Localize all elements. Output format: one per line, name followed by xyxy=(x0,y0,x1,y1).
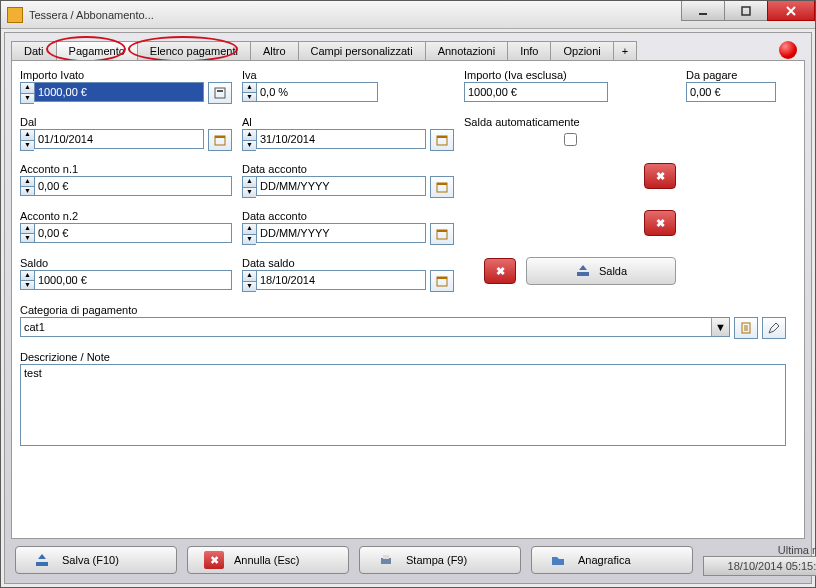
titlebar[interactable]: Tessera / Abbonamento... xyxy=(1,1,815,29)
field-salda-auto: Salda automaticamente xyxy=(464,116,676,151)
field-acconto1-delete: ✖ xyxy=(464,163,676,198)
field-importo-escl: Importo (Iva esclusa) xyxy=(464,69,676,104)
tab-content: Importo Ivato ▲▼ Iva ▲▼ Importo (Iva xyxy=(11,60,805,539)
svg-rect-7 xyxy=(437,136,447,138)
field-saldo-actions: ✖ Salda xyxy=(464,257,676,292)
spinner-al[interactable]: ▲▼ xyxy=(242,129,256,151)
pick-category-button[interactable] xyxy=(734,317,758,339)
textarea-note[interactable] xyxy=(20,364,786,446)
calendar-button-dal[interactable] xyxy=(208,129,232,151)
cancel-icon: ✖ xyxy=(204,551,224,569)
spinner-acconto1-date[interactable]: ▲▼ xyxy=(242,176,256,198)
field-saldo: Saldo ▲▼ xyxy=(20,257,232,292)
x-icon: ✖ xyxy=(656,170,665,183)
window-title: Tessera / Abbonamento... xyxy=(29,9,154,21)
input-da-pagare[interactable] xyxy=(686,82,776,102)
x-icon: ✖ xyxy=(496,265,505,278)
field-iva: Iva ▲▼ xyxy=(242,69,454,104)
select-categoria[interactable]: ▼ xyxy=(20,317,730,337)
delete-button-acconto1[interactable]: ✖ xyxy=(644,163,676,189)
field-acconto2: Acconto n.2 ▲▼ xyxy=(20,210,232,245)
input-al[interactable] xyxy=(256,129,426,149)
input-saldo-date[interactable] xyxy=(256,270,426,290)
delete-button-saldo[interactable]: ✖ xyxy=(484,258,516,284)
calc-button-importo-ivato[interactable] xyxy=(208,82,232,104)
last-modified-box: Ultima modifica 18/10/2014 05:15:40 xyxy=(703,544,816,576)
svg-rect-2 xyxy=(215,88,225,98)
delete-button-acconto2[interactable]: ✖ xyxy=(644,210,676,236)
svg-rect-0 xyxy=(699,13,707,15)
calendar-button-acconto2[interactable] xyxy=(430,223,454,245)
field-importo-ivato: Importo Ivato ▲▼ xyxy=(20,69,232,104)
edit-category-button[interactable] xyxy=(762,317,786,339)
spinner-iva[interactable]: ▲▼ xyxy=(242,82,256,102)
field-da-pagare: Da pagare xyxy=(686,69,786,104)
spinner-acconto2[interactable]: ▲▼ xyxy=(20,223,34,243)
svg-rect-3 xyxy=(217,90,223,92)
app-icon xyxy=(7,7,23,23)
x-icon: ✖ xyxy=(656,217,665,230)
spinner-acconto1[interactable]: ▲▼ xyxy=(20,176,34,196)
record-status-icon xyxy=(779,41,797,59)
window-minimize-button[interactable] xyxy=(681,1,725,21)
input-acconto2[interactable] xyxy=(34,223,232,243)
window-maximize-button[interactable] xyxy=(724,1,768,21)
spinner-importo-ivato[interactable]: ▲▼ xyxy=(20,82,34,104)
svg-rect-16 xyxy=(383,555,389,559)
spinner-dal[interactable]: ▲▼ xyxy=(20,129,34,151)
field-acconto2-delete: ✖ xyxy=(464,210,676,245)
tab-pagamento[interactable]: Pagamento xyxy=(56,41,138,61)
checkbox-salda-auto[interactable] xyxy=(468,133,673,146)
svg-rect-5 xyxy=(215,136,225,138)
input-acconto1[interactable] xyxy=(34,176,232,196)
print-button[interactable]: Stampa (F9) xyxy=(359,546,521,574)
input-iva[interactable] xyxy=(256,82,378,102)
calendar-button-al[interactable] xyxy=(430,129,454,151)
field-dal: Dal ▲▼ xyxy=(20,116,232,151)
spinner-acconto2-date[interactable]: ▲▼ xyxy=(242,223,256,245)
calendar-button-acconto1[interactable] xyxy=(430,176,454,198)
field-saldo-date: Data saldo ▲▼ xyxy=(242,257,454,292)
printer-icon xyxy=(376,551,396,569)
save-button[interactable]: Salva (F10) xyxy=(15,546,177,574)
tab-campi-personalizzati[interactable]: Campi personalizzati xyxy=(298,41,426,61)
svg-rect-11 xyxy=(437,230,447,232)
field-acconto2-date: Data acconto ▲▼ xyxy=(242,210,454,245)
tab-dati[interactable]: Dati xyxy=(11,41,57,61)
chevron-down-icon[interactable]: ▼ xyxy=(711,318,729,336)
calendar-button-saldo[interactable] xyxy=(430,270,454,292)
tab-elenco-pagamenti[interactable]: Elenco pagamenti xyxy=(137,41,251,61)
tab-info[interactable]: Info xyxy=(507,41,551,61)
svg-rect-1 xyxy=(742,7,750,15)
input-saldo[interactable] xyxy=(34,270,232,290)
folder-icon xyxy=(548,551,568,569)
last-modified-timestamp: 18/10/2014 05:15:40 xyxy=(703,556,816,576)
cancel-button[interactable]: ✖ Annulla (Esc) xyxy=(187,546,349,574)
svg-rect-9 xyxy=(437,183,447,185)
input-dal[interactable] xyxy=(34,129,204,149)
input-acconto1-date[interactable] xyxy=(256,176,426,196)
tab-add[interactable]: + xyxy=(613,41,637,61)
input-acconto2-date[interactable] xyxy=(256,223,426,243)
field-al: Al ▲▼ xyxy=(242,116,454,151)
bottom-bar: Salva (F10) ✖ Annulla (Esc) Stampa (F9) … xyxy=(11,539,805,579)
svg-rect-13 xyxy=(437,277,447,279)
field-note: Descrizione / Note xyxy=(20,351,786,446)
anagrafica-button[interactable]: Anagrafica xyxy=(531,546,693,574)
tab-annotazioni[interactable]: Annotazioni xyxy=(425,41,509,61)
tray-icon xyxy=(575,263,591,279)
spinner-saldo[interactable]: ▲▼ xyxy=(20,270,34,290)
tab-altro[interactable]: Altro xyxy=(250,41,299,61)
spinner-saldo-date[interactable]: ▲▼ xyxy=(242,270,256,292)
input-importo-ivato[interactable] xyxy=(34,82,204,102)
input-importo-escl[interactable] xyxy=(464,82,608,102)
tab-opzioni[interactable]: Opzioni xyxy=(550,41,613,61)
outer-panel: Dati Pagamento Elenco pagamenti Altro Ca… xyxy=(4,32,812,584)
salda-button[interactable]: Salda xyxy=(526,257,676,285)
field-acconto1: Acconto n.1 ▲▼ xyxy=(20,163,232,198)
window-close-button[interactable] xyxy=(767,1,815,21)
tab-bar: Dati Pagamento Elenco pagamenti Altro Ca… xyxy=(11,39,805,61)
select-categoria-value[interactable] xyxy=(21,318,711,336)
dialog-window: Tessera / Abbonamento... Dati Pagamento … xyxy=(0,0,816,588)
save-icon xyxy=(32,551,52,569)
